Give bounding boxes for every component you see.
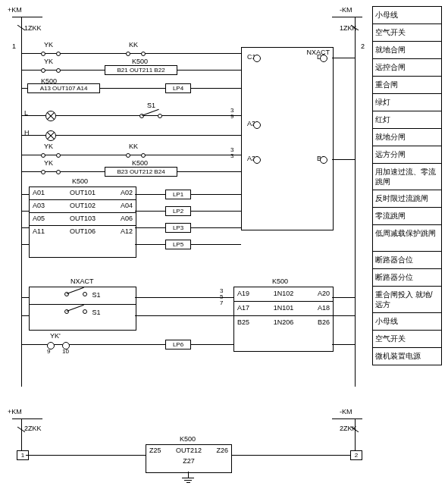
pin-a12: A12 — [121, 228, 133, 236]
legend-row: 空气开关 — [373, 24, 441, 42]
device-k500-bot: K500 Z25 OUT212 Z26 Z27 — [146, 444, 232, 473]
legend-row: 空气开关 — [373, 331, 441, 348]
pin-a17: A17 — [237, 305, 249, 312]
pin-out103: OUT103 — [70, 215, 96, 223]
legend-row: 小母线 — [373, 313, 441, 331]
pin-b23: B23 — [117, 168, 127, 175]
label-kk-2: KK — [129, 143, 138, 150]
legend-row: 远方分闸 — [373, 146, 441, 164]
breaker-1zkk-left: 1ZKK — [24, 24, 42, 32]
pin-b21: B21 — [117, 67, 127, 74]
contact-yk-4 — [41, 168, 61, 175]
pin-a11: A11 — [33, 228, 45, 236]
device-nxact-bl: NXACT S1 S1 — [29, 287, 136, 331]
pin-a19: A19 — [237, 290, 249, 298]
legend-row: 就地分闸 — [373, 129, 441, 146]
pin-b24: B24 — [154, 168, 164, 175]
lp2: LP2 — [165, 206, 191, 216]
legend-row: 断路器合位 — [373, 252, 441, 269]
contact-yk — [41, 49, 61, 57]
legend-row: 微机装置电源 — [373, 348, 441, 365]
label-yk-4: YK — [44, 159, 53, 167]
legend-row: 就地合闸 — [373, 42, 441, 59]
label-k500-212: K500 — [132, 159, 148, 167]
legend-row: 重合闸投入 就地/远方 — [373, 287, 441, 313]
pin-b25: B25 — [237, 319, 249, 327]
lamp-l-label: L — [24, 109, 28, 117]
label-s1b: S1 — [92, 309, 100, 317]
box-a13-107: A13 OUT107 A14 — [27, 83, 100, 93]
lp1: LP1 — [165, 190, 191, 199]
pin-a01: A01 — [33, 190, 45, 197]
pin-a03: A03 — [33, 202, 45, 210]
pin-out211: OUT211 — [130, 67, 152, 74]
term-33a: 39 — [230, 108, 233, 120]
legend-row: 零流跳闸 — [373, 208, 441, 225]
device-k500-title: K500 — [72, 178, 88, 186]
terminal-box-2: 2 — [350, 450, 362, 460]
device-nxact-bl-title: NXACT — [70, 278, 94, 286]
pin-a18: A18 — [318, 305, 330, 312]
contact-kk — [126, 49, 146, 57]
device-k500-bot-title: K500 — [180, 436, 196, 444]
legend-row: 低周减载保护跳闸 — [373, 225, 441, 252]
legend-row: 红灯 — [373, 111, 441, 129]
terminal-1: 1 — [12, 42, 16, 50]
label-yk-3: YK — [44, 143, 53, 150]
contact-yk-3 — [41, 151, 61, 158]
device-nxact-right: NXACT — [241, 47, 334, 230]
term-9: 9 — [47, 348, 50, 355]
pin-z27: Z27 — [146, 457, 231, 466]
term-10: 10 — [62, 348, 69, 355]
pin-out212: OUT212 — [130, 168, 152, 175]
terminal-2: 2 — [361, 42, 365, 50]
pin-a04: A04 — [121, 202, 133, 210]
pin-out107: OUT107 — [52, 85, 75, 92]
lp6: LP6 — [165, 340, 191, 350]
pin-a13: A13 — [40, 85, 51, 92]
switch-s1a — [64, 290, 87, 297]
green-lamp-icon — [45, 111, 56, 121]
pin-out106: OUT106 — [70, 228, 96, 236]
lamp-h-label: H — [24, 129, 30, 136]
label-k500-211: K500 — [132, 58, 148, 65]
bus-plus-km: +KM — [8, 6, 22, 14]
switch-s1 — [139, 111, 162, 119]
pin-out101: OUT101 — [70, 190, 96, 197]
pin-a06: A06 — [121, 215, 133, 223]
contact-yk-2 — [41, 66, 61, 74]
label-yk: YK — [44, 41, 53, 49]
legend-row: 远控合闸 — [373, 59, 441, 77]
bus-minus-km: -KM — [340, 6, 352, 14]
pin-out102: OUT102 — [70, 202, 96, 210]
legend-table: 小母线 空气开关 就地合闸 远控合闸 重合闸 绿灯 红灯 就地分闸 远方分闸 用… — [372, 6, 442, 365]
lp3: LP3 — [165, 223, 191, 233]
legend-row: 小母线 — [373, 7, 441, 24]
term-357: 357 — [220, 288, 223, 306]
legend-row: 绿灯 — [373, 94, 441, 111]
label-kk: KK — [129, 41, 138, 49]
switch-s1b — [64, 307, 87, 315]
box-k500-211: B21 OUT211 B22 — [105, 65, 177, 75]
red-lamp-icon — [45, 130, 56, 141]
pin-a05: A05 — [33, 215, 45, 223]
legend-row: 反时限过流跳闸 — [373, 190, 441, 208]
pin-1n101: 1N101 — [274, 305, 294, 312]
pin-1n206: 1N206 — [274, 319, 294, 327]
label-yk-2: YK — [44, 58, 53, 65]
legend-row: 用加速过流、零流跳闸 — [373, 164, 441, 190]
label-ykprime: YK' — [50, 332, 61, 340]
pin-out212b: OUT212 — [176, 447, 202, 455]
pin-z26: Z26 — [216, 447, 228, 455]
pin-a20: A20 — [318, 290, 330, 298]
bus-plus-km-2: +KM — [8, 408, 22, 415]
pin-a14: A14 — [77, 85, 87, 92]
pin-b26: B26 — [318, 319, 330, 327]
pin-1n102: 1N102 — [274, 290, 294, 298]
lp4: LP4 — [165, 83, 191, 93]
lp5: LP5 — [165, 240, 191, 249]
term-33b: 33 — [230, 147, 233, 159]
device-k500-br: K500 A19 1N102 A20 A17 1N101 A18 B25 1N2… — [233, 287, 334, 352]
pin-b22: B22 — [154, 67, 164, 74]
ground-icon — [182, 476, 194, 483]
